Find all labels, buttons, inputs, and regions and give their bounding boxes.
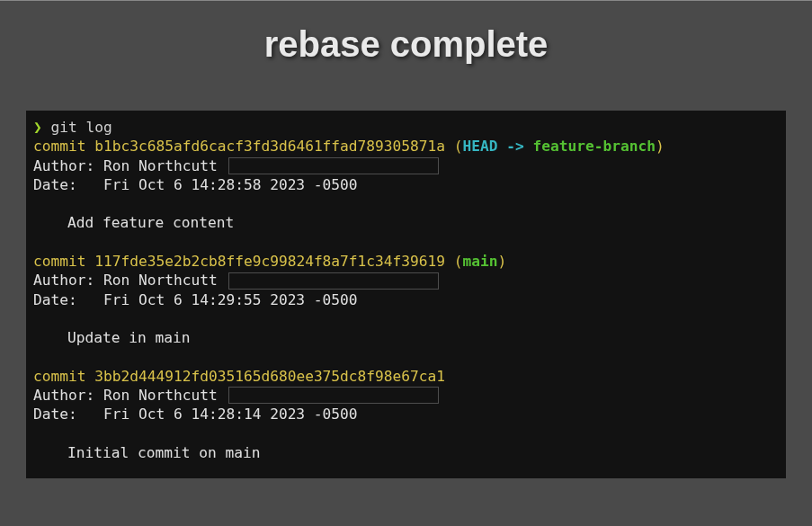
author-line: Author: Ron Northcutt (33, 156, 779, 175)
commit-hash: b1bc3c685afd6cacf3fd3d6461ffad789305871a (94, 138, 445, 155)
ref-close: ) (656, 138, 665, 155)
slide-title: rebase complete (0, 24, 812, 65)
author-line: Author: Ron Northcutt (33, 386, 779, 405)
author-line: Author: Ron Northcutt (33, 271, 779, 290)
branch-ref: main (463, 253, 498, 270)
ref-open: ( (445, 138, 463, 155)
redacted-email (229, 158, 438, 174)
ref-open: ( (445, 253, 463, 270)
typed-command: git log (42, 119, 112, 136)
blank-line (33, 348, 779, 367)
commit-label: commit (33, 368, 94, 385)
redacted-email (229, 273, 438, 289)
author-text: Author: Ron Northcutt (33, 156, 226, 175)
commit-message: Add feature content (33, 213, 779, 232)
commit-header: commit b1bc3c685afd6cacf3fd3d6461ffad789… (33, 137, 779, 156)
commit-message: Update in main (33, 328, 779, 347)
commit-hash: 3bb2d444912fd035165d680ee375dc8f98e67ca1 (94, 368, 445, 385)
commit-label: commit (33, 138, 94, 155)
blank-line (33, 233, 779, 252)
head-ref: HEAD -> (463, 138, 533, 155)
commit-header: commit 117fde35e2b2cb8ffe9c99824f8a7f1c3… (33, 252, 779, 271)
blank-line (33, 424, 779, 443)
commit-label: commit (33, 253, 94, 270)
date-line: Date: Fri Oct 6 14:28:14 2023 -0500 (33, 405, 779, 423)
blank-line (33, 194, 779, 213)
commit-hash: 117fde35e2b2cb8ffe9c99824f8a7f1c34f39619 (94, 253, 445, 270)
ref-close: ) (498, 253, 507, 270)
date-line: Date: Fri Oct 6 14:28:58 2023 -0500 (33, 175, 779, 194)
author-text: Author: Ron Northcutt (33, 271, 226, 290)
author-text: Author: Ron Northcutt (33, 386, 226, 405)
branch-ref: feature-branch (533, 138, 656, 155)
date-line: Date: Fri Oct 6 14:29:55 2023 -0500 (33, 290, 779, 309)
commit-message: Initial commit on main (33, 443, 779, 462)
terminal-output: ❯ git log commit b1bc3c685afd6cacf3fd3d6… (26, 111, 786, 478)
blank-line (33, 309, 779, 328)
redacted-email (229, 388, 438, 403)
commit-header: commit 3bb2d444912fd035165d680ee375dc8f9… (33, 367, 779, 386)
command-line: ❯ git log (33, 118, 779, 137)
prompt-icon: ❯ (33, 119, 42, 136)
